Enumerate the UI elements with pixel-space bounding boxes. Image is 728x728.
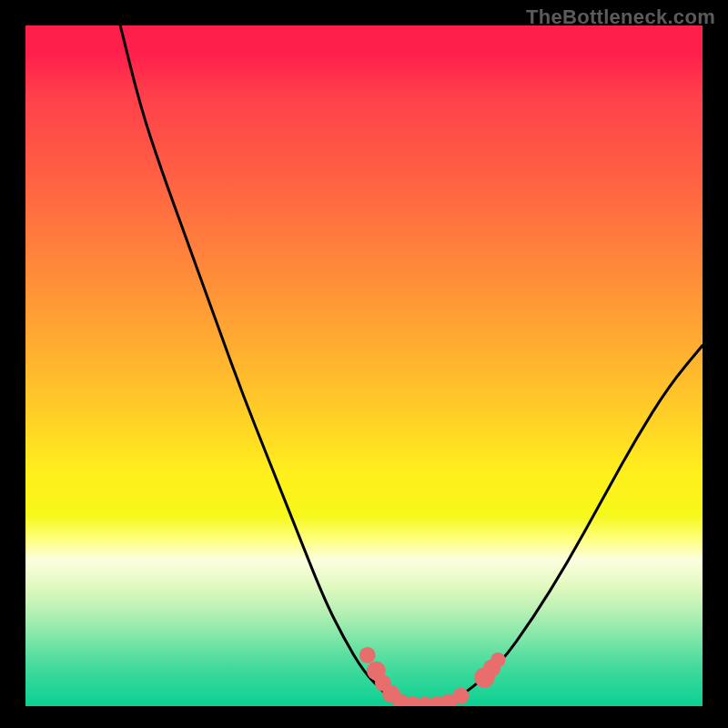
marker-left-1	[359, 647, 376, 663]
marker-left-3	[375, 675, 391, 692]
marker-floor-5	[440, 694, 457, 706]
marker-floor-3	[417, 697, 433, 706]
marker-floor-1	[393, 694, 410, 706]
attribution-label: TheBottleneck.com	[526, 5, 715, 29]
marker-right-1	[452, 688, 469, 704]
marker-left-2	[367, 662, 386, 681]
marker-right-3	[483, 659, 500, 676]
marker-floor-2	[405, 696, 421, 706]
markers-group	[359, 647, 506, 706]
chart-frame: TheBottleneck.com	[0, 0, 728, 728]
curve-layer	[25, 25, 703, 706]
marker-left-4	[382, 685, 399, 703]
marker-floor-4	[429, 696, 445, 706]
bottleneck-curve	[120, 25, 703, 706]
plot-area	[25, 25, 703, 706]
bottleneck-curve-path	[120, 25, 703, 706]
marker-right-4	[490, 652, 505, 667]
marker-right-2	[474, 667, 494, 687]
